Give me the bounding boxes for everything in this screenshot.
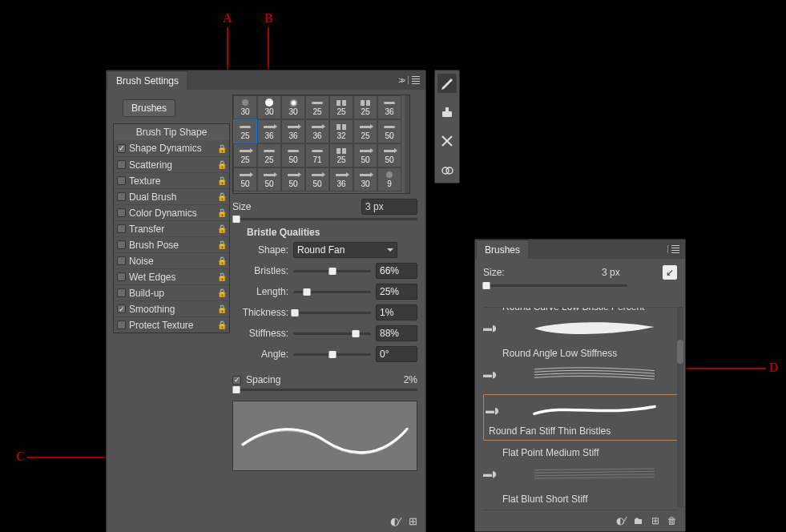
brush-tip[interactable]: 50 xyxy=(281,167,305,191)
brush-tip[interactable]: 32 xyxy=(329,119,353,143)
checkbox[interactable] xyxy=(117,256,126,265)
lock-icon[interactable]: 🔒 xyxy=(217,208,226,217)
slider-value[interactable]: 88% xyxy=(376,325,417,341)
brush-tip[interactable]: 30 xyxy=(281,95,305,119)
brush-tip[interactable]: 9 xyxy=(377,167,401,191)
checkbox[interactable] xyxy=(117,272,126,281)
tab-brush-settings[interactable]: Brush Settings xyxy=(108,71,187,90)
spacing-checkbox[interactable] xyxy=(232,376,241,385)
option-row-color-dynamics[interactable]: Color Dynamics🔒 xyxy=(114,204,229,220)
folder-icon[interactable]: 🖿 xyxy=(634,515,643,526)
collapse-icon[interactable]: >> xyxy=(398,76,403,85)
brush-tip[interactable]: 50 xyxy=(233,167,257,191)
brush-tip-shape-row[interactable]: Brush Tip Shape xyxy=(114,124,229,140)
lock-icon[interactable]: 🔒 xyxy=(217,192,226,201)
brush-tip[interactable]: 30 xyxy=(257,95,281,119)
slider-track[interactable] xyxy=(293,353,371,356)
spacing-value[interactable]: 2% xyxy=(404,374,417,385)
brush-tip[interactable]: 71 xyxy=(305,143,329,167)
lock-icon[interactable]: 🔒 xyxy=(217,320,226,329)
slider-track[interactable] xyxy=(293,332,371,335)
brush-preset-item[interactable]: Flat Blunt Short Stiff▬◗ xyxy=(483,490,683,507)
brush-tip[interactable]: 25 xyxy=(329,95,353,119)
brush-tip[interactable]: 50 xyxy=(305,167,329,191)
brush-preset-item[interactable]: Round Angle Low Stiffness▬◗ xyxy=(483,345,683,391)
checkbox[interactable] xyxy=(117,288,126,297)
bp-size-value[interactable]: 3 px xyxy=(602,267,658,278)
trash-icon[interactable]: 🗑 xyxy=(667,515,677,526)
brush-tip[interactable]: 36 xyxy=(377,95,401,119)
bp-size-slider[interactable] xyxy=(483,284,627,287)
option-row-brush-pose[interactable]: Brush Pose🔒 xyxy=(114,236,229,252)
option-row-noise[interactable]: Noise🔒 xyxy=(114,252,229,268)
panel-menu-icon[interactable] xyxy=(408,76,419,84)
tools-icon[interactable] xyxy=(437,131,457,151)
lock-icon[interactable]: 🔒 xyxy=(217,224,226,233)
brush-tip[interactable]: 30 xyxy=(233,95,257,119)
size-value[interactable]: 3 px xyxy=(361,199,417,215)
brush-tip[interactable]: 50 xyxy=(353,143,377,167)
slider-track[interactable] xyxy=(293,312,371,314)
brush-tip[interactable]: 30 xyxy=(353,167,377,191)
toggle-preview-icon[interactable]: ◐⁄ xyxy=(616,515,626,526)
brush-tip[interactable]: 25 xyxy=(257,143,281,167)
brush-preset-item[interactable]: ▬◗Round Fan Stiff Thin Bristles xyxy=(483,391,683,444)
checkbox[interactable] xyxy=(117,240,126,249)
option-row-wet-edges[interactable]: Wet Edges🔒 xyxy=(114,268,229,284)
cc-icon[interactable] xyxy=(437,160,457,179)
lock-icon[interactable]: 🔒 xyxy=(217,272,226,281)
checkbox[interactable] xyxy=(117,192,126,201)
option-row-texture[interactable]: Texture🔒 xyxy=(114,172,229,188)
option-row-smoothing[interactable]: Smoothing🔒 xyxy=(114,300,229,316)
lock-icon[interactable]: 🔒 xyxy=(217,288,226,297)
slider-track[interactable] xyxy=(293,270,371,272)
spacing-slider[interactable] xyxy=(232,389,417,391)
brushes-button[interactable]: Brushes xyxy=(123,99,175,117)
brush-preset-item[interactable]: Round Curve Low Bristle Percent▬◗ xyxy=(483,308,683,345)
scrollbar[interactable] xyxy=(405,95,409,193)
brush-tip[interactable]: 36 xyxy=(281,119,305,143)
new-preset-icon[interactable]: ⊞ xyxy=(409,515,417,527)
lock-icon[interactable]: 🔒 xyxy=(217,304,226,313)
brush-preset-item[interactable]: Flat Point Medium Stiff▬◗ xyxy=(483,444,683,490)
checkbox[interactable] xyxy=(117,224,126,233)
option-row-scattering[interactable]: Scattering🔒 xyxy=(114,156,229,172)
brush-icon[interactable] xyxy=(437,74,457,93)
brush-tip[interactable]: 25 xyxy=(353,95,377,119)
toggle-preview-icon[interactable]: ◐⁄ xyxy=(390,515,401,527)
option-row-protect-texture[interactable]: Protect Texture🔒 xyxy=(114,316,229,332)
size-slider[interactable] xyxy=(232,218,417,220)
checkbox[interactable] xyxy=(117,160,126,169)
brush-tip[interactable]: 36 xyxy=(305,119,329,143)
brush-tip[interactable]: 36 xyxy=(329,167,353,191)
lock-icon[interactable]: 🔒 xyxy=(217,160,226,169)
brush-tip[interactable]: 25 xyxy=(329,143,353,167)
checkbox[interactable] xyxy=(117,208,126,217)
brush-tip[interactable]: 36 xyxy=(257,119,281,143)
brush-tip[interactable]: 50 xyxy=(257,167,281,191)
shape-select[interactable]: Round Fan xyxy=(293,242,397,258)
brush-tip-grid[interactable]: 3030302525253625363636322550252550712550… xyxy=(232,95,410,194)
lock-icon[interactable]: 🔒 xyxy=(217,176,226,185)
option-row-shape-dynamics[interactable]: Shape Dynamics🔒 xyxy=(114,140,229,156)
brush-tip[interactable]: 50 xyxy=(377,119,401,143)
checkbox[interactable] xyxy=(117,144,126,153)
lock-icon[interactable]: 🔒 xyxy=(217,240,226,249)
brush-tip[interactable]: 50 xyxy=(377,143,401,167)
new-icon[interactable]: ⊞ xyxy=(651,515,659,526)
checkbox[interactable] xyxy=(117,176,126,185)
brush-tip[interactable]: 50 xyxy=(281,143,305,167)
slider-value[interactable]: 0° xyxy=(376,346,417,362)
brush-tip[interactable]: 25 xyxy=(353,119,377,143)
brush-tip[interactable]: 25 xyxy=(305,95,329,119)
slider-value[interactable]: 25% xyxy=(376,284,417,300)
lock-icon[interactable]: 🔒 xyxy=(217,144,226,153)
tab-brushes[interactable]: Brushes xyxy=(477,240,528,259)
checkbox[interactable] xyxy=(117,320,126,329)
checkbox[interactable] xyxy=(117,304,126,313)
brush-tip[interactable]: 25 xyxy=(233,119,257,143)
reset-icon[interactable]: ↙ xyxy=(663,265,677,280)
scrollbar[interactable] xyxy=(677,308,683,507)
slider-value[interactable]: 66% xyxy=(376,263,417,279)
option-row-dual-brush[interactable]: Dual Brush🔒 xyxy=(114,188,229,204)
